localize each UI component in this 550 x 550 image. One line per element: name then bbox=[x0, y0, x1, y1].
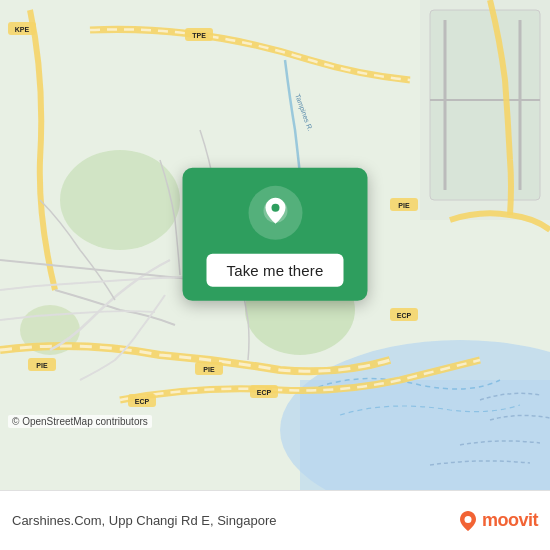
address-text: Carshines.Com, Upp Changi Rd E, Singapor… bbox=[12, 513, 449, 528]
svg-text:ECP: ECP bbox=[257, 389, 272, 396]
bottom-bar: Carshines.Com, Upp Changi Rd E, Singapor… bbox=[0, 490, 550, 550]
svg-point-31 bbox=[464, 516, 471, 523]
svg-text:ECP: ECP bbox=[135, 398, 150, 405]
svg-text:PIE: PIE bbox=[36, 362, 48, 369]
moovit-icon bbox=[457, 510, 479, 532]
svg-rect-2 bbox=[300, 380, 550, 490]
svg-text:PIE: PIE bbox=[398, 202, 410, 209]
take-me-there-button[interactable]: Take me there bbox=[207, 254, 344, 287]
map-container: PIE PIE TPE KPE ECP ECP ECP PIE bbox=[0, 0, 550, 490]
svg-text:KPE: KPE bbox=[15, 26, 30, 33]
svg-text:TPE: TPE bbox=[192, 32, 206, 39]
copyright-text: © OpenStreetMap contributors bbox=[8, 415, 152, 428]
svg-point-30 bbox=[271, 204, 279, 212]
moovit-logo: moovit bbox=[457, 510, 538, 532]
svg-text:ECP: ECP bbox=[397, 312, 412, 319]
svg-text:PIE: PIE bbox=[203, 366, 215, 373]
moovit-brand-text: moovit bbox=[482, 510, 538, 531]
location-pin-icon bbox=[248, 186, 302, 240]
popup-card: Take me there bbox=[183, 168, 368, 301]
